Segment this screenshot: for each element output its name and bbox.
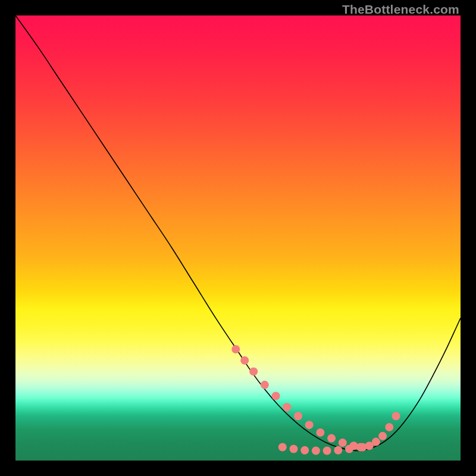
marker-dot xyxy=(300,446,309,455)
marker-dot xyxy=(272,392,280,400)
marker-dot xyxy=(312,447,320,455)
marker-dot xyxy=(378,432,387,440)
marker-dot xyxy=(240,356,249,365)
marker-dot xyxy=(372,438,380,446)
marker-dot xyxy=(334,446,342,455)
bottleneck-curve xyxy=(15,15,461,451)
marker-dot xyxy=(283,403,291,411)
marker-dot xyxy=(356,443,365,452)
marker-dot xyxy=(294,412,302,420)
marker-dot xyxy=(339,439,347,447)
marker-dot xyxy=(249,367,258,375)
chart-frame xyxy=(15,15,461,461)
marker-dot xyxy=(327,434,336,443)
marker-dot xyxy=(231,345,240,353)
marker-dot xyxy=(345,445,353,453)
marker-dot xyxy=(290,445,298,453)
marker-dot xyxy=(316,428,324,437)
marker-dot xyxy=(261,381,269,389)
marker-dot xyxy=(323,447,331,455)
curve-markers xyxy=(231,345,400,455)
marker-dot xyxy=(392,412,400,420)
marker-dot xyxy=(278,443,287,452)
marker-dot xyxy=(385,423,393,431)
marker-dot xyxy=(305,421,314,429)
watermark-text: TheBottleneck.com xyxy=(342,2,459,17)
chart-plot xyxy=(15,15,461,461)
